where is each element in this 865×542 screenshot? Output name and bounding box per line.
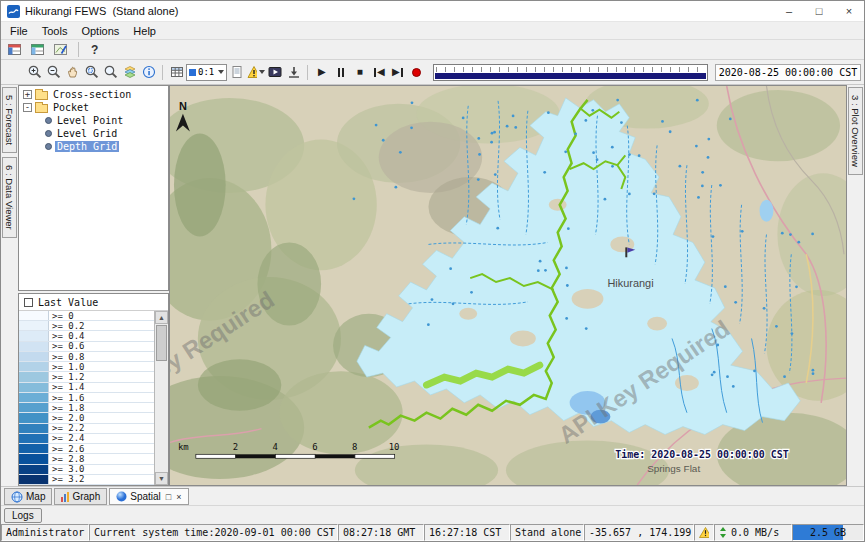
sidebar-tab-forecast[interactable]: 5 : Forecast: [2, 87, 17, 153]
svg-text:N: N: [179, 100, 187, 112]
tab-spatial[interactable]: Spatial □ ×: [109, 488, 188, 505]
scale-selector-value: 0:1: [198, 67, 214, 77]
app-icon: [7, 5, 20, 18]
legend-row: >= 2.6: [19, 444, 154, 454]
help-icon[interactable]: ?: [87, 43, 102, 57]
export-snapshot-icon[interactable]: [284, 63, 303, 82]
legend-scrollbar[interactable]: ▲ ▼: [154, 311, 168, 485]
scroll-down-icon[interactable]: ▼: [155, 472, 168, 485]
menu-tools[interactable]: Tools: [35, 24, 75, 38]
tab-map[interactable]: Map: [4, 488, 52, 505]
time-slider[interactable]: [433, 64, 708, 81]
status-coordinates: -35.657 , 174.199: [584, 524, 694, 541]
town-label: Hikurangi: [607, 277, 653, 289]
panel-float-button[interactable]: □: [166, 492, 171, 502]
tree-item-level-point[interactable]: Level Point: [19, 114, 168, 127]
expander-icon[interactable]: -: [23, 103, 32, 112]
main-area: 5 : Forecast 6 : Data Viewer + Cross-sec…: [1, 85, 864, 486]
status-system-time: Current system time:2020-09-01 00:00 CST: [89, 524, 338, 541]
maximize-button[interactable]: □: [804, 1, 834, 21]
menu-options[interactable]: Options: [74, 24, 126, 38]
left-tab-strip: 5 : Forecast 6 : Data Viewer: [1, 85, 18, 486]
panel-close-button[interactable]: ×: [176, 492, 181, 502]
skip-to-start-button[interactable]: ◀: [369, 63, 388, 82]
map-canvas[interactable]: Hikurangi Springs Flat API Key Required …: [169, 85, 847, 486]
legend-row: >= 3.2: [19, 475, 154, 485]
grid-display-icon[interactable]: [28, 40, 47, 59]
window-title: Hikurangi FEWS (Stand alone): [25, 5, 774, 17]
svg-text:km: km: [178, 442, 189, 452]
spatial-sphere-icon: [116, 491, 127, 502]
database-display-icon[interactable]: [5, 40, 24, 59]
legend-color-swatch: [19, 311, 49, 320]
pause-button[interactable]: [331, 63, 350, 82]
record-button[interactable]: [407, 63, 426, 82]
sidebar-tab-data-viewer[interactable]: 6 : Data Viewer: [2, 157, 17, 238]
record-icon: [412, 68, 421, 77]
time-slider-rail: [435, 73, 706, 79]
app-window: Hikurangi FEWS (Stand alone) – □ × File …: [0, 0, 865, 542]
transfer-rate-icon: [719, 527, 728, 538]
legend-panel: Last Value >= 0 >= 0.2 >= 0.4 >= 0.6 >= …: [18, 293, 169, 486]
legend-color-swatch: [19, 444, 49, 453]
layer-node-icon: [45, 130, 52, 137]
play-button[interactable]: ▶: [312, 63, 331, 82]
svg-text:6: 6: [312, 442, 317, 452]
scroll-up-icon[interactable]: ▲: [155, 311, 168, 324]
current-datetime-display: 2020-08-25 00:00:00 CST: [715, 64, 861, 81]
stop-button[interactable]: ■: [350, 63, 369, 82]
chevron-down-icon: [218, 70, 224, 74]
sidebar-tab-plot-overview[interactable]: 3 : Plot Overview: [848, 87, 863, 175]
tree-item-pocket[interactable]: - Pocket: [19, 101, 168, 114]
legend-color-swatch: [19, 362, 49, 371]
zoom-extent-icon[interactable]: [101, 63, 120, 82]
expander-icon[interactable]: +: [23, 90, 32, 99]
legend-row: >= 1.4: [19, 383, 154, 393]
legend-color-swatch: [19, 434, 49, 443]
status-gmt-time: 08:27:18 GMT: [338, 524, 424, 541]
legend-color-swatch: [19, 424, 49, 433]
zoom-region-icon[interactable]: [82, 63, 101, 82]
titlebar: Hikurangi FEWS (Stand alone) – □ ×: [1, 1, 864, 22]
legend-color-swatch: [19, 383, 49, 392]
info-icon[interactable]: [139, 63, 158, 82]
tree-item-depth-grid[interactable]: Depth Grid: [19, 140, 168, 153]
scrollbar-thumb[interactable]: [156, 325, 167, 361]
warning-icon: [699, 527, 709, 538]
close-button[interactable]: ×: [834, 1, 864, 21]
status-memory[interactable]: 2.5 GB: [792, 524, 864, 541]
main-toolbar: ?: [1, 39, 864, 60]
zoom-out-icon[interactable]: [44, 63, 63, 82]
last-value-checkbox[interactable]: [24, 298, 33, 307]
label-scale-selector[interactable]: 0:1: [186, 64, 227, 81]
map-svg: Hikurangi Springs Flat API Key Required …: [170, 86, 846, 485]
menu-help[interactable]: Help: [126, 24, 163, 38]
legend-row: >= 2.0: [19, 413, 154, 423]
minimize-button[interactable]: –: [774, 1, 804, 21]
status-warning-cell[interactable]: [694, 524, 714, 541]
tree-item-level-grid[interactable]: Level Grid: [19, 127, 168, 140]
legend-row: >= 2.4: [19, 434, 154, 444]
animation-movie-icon[interactable]: [265, 63, 284, 82]
document-icon[interactable]: [227, 63, 246, 82]
grid-table-icon[interactable]: [167, 63, 186, 82]
logs-button[interactable]: Logs: [4, 508, 42, 523]
legend-color-swatch: [19, 352, 49, 361]
time-slider-ticks: [436, 67, 705, 72]
tab-graph[interactable]: Graph: [54, 488, 107, 505]
warning-threshold-icon[interactable]: [246, 63, 265, 82]
map-editor-icon[interactable]: [51, 40, 70, 59]
legend-color-swatch: [19, 454, 49, 463]
tree-item-cross-section[interactable]: + Cross-section: [19, 88, 168, 101]
legend-color-swatch: [19, 393, 49, 402]
skip-to-end-button[interactable]: ▶: [388, 63, 407, 82]
menubar: File Tools Options Help: [1, 22, 864, 39]
svg-text:10: 10: [389, 442, 400, 452]
layer-node-icon: [45, 117, 52, 124]
zoom-in-icon[interactable]: [25, 63, 44, 82]
menu-file[interactable]: File: [3, 24, 35, 38]
legend-row: >= 0.2: [19, 321, 154, 331]
legend-color-swatch: [19, 475, 49, 484]
layers-icon[interactable]: [120, 63, 139, 82]
pan-hand-icon[interactable]: [63, 63, 82, 82]
